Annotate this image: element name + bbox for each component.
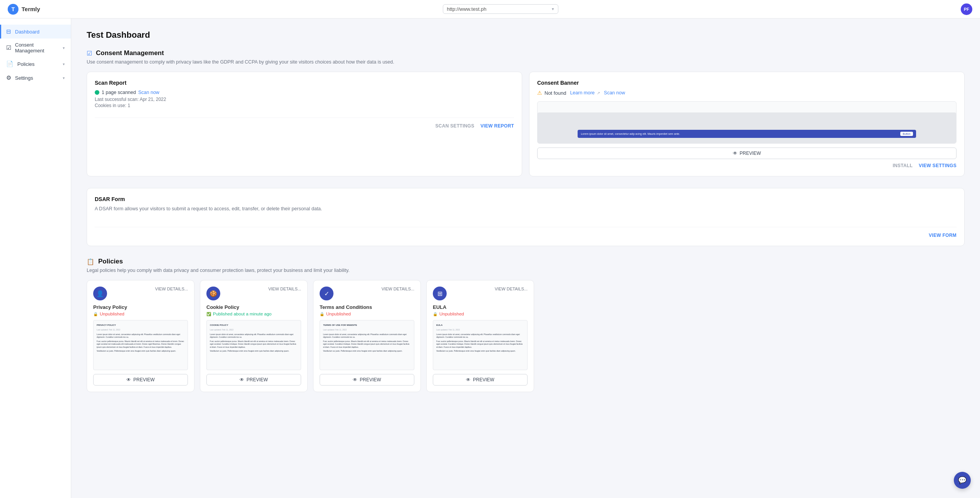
eula-header: ⊞ VIEW DETAILS... — [433, 287, 528, 300]
eula-icon: ⊞ — [433, 287, 447, 300]
cookie-preview-label: PREVIEW — [246, 377, 268, 382]
cookie-policy-name: Cookie Policy — [206, 304, 301, 310]
sidebar-label-consent: Consent Management — [15, 42, 59, 54]
mini-banner-button[interactable]: Button — [900, 132, 913, 136]
not-found-text: Not found — [544, 90, 566, 96]
consent-management-desc: Use consent management to comply with pr… — [87, 59, 965, 65]
cookie-policy-status-text: Published about a minute ago — [213, 312, 271, 316]
chat-button[interactable]: 💬 — [954, 472, 971, 489]
consent-management-title: Consent Management — [96, 49, 164, 57]
green-dot-icon — [95, 90, 99, 95]
banner-preview-area: Lorem ipsum dolor sit amet, consectetur … — [537, 101, 957, 144]
brand-name: Termly — [22, 6, 40, 12]
terms-conditions-status: 🔒 Unpublished — [320, 312, 414, 316]
lock-icon-terms: 🔒 — [320, 312, 324, 316]
policies-section-icon: 📋 — [87, 258, 94, 265]
terms-mini-doc: TERMS OF USE FOR WEBSITE Last updated: F… — [323, 324, 411, 353]
banner-status-row: ⚠ Not found Learn more ↗ Scan now — [537, 90, 957, 96]
layout: ⊟ Dashboard ☑ Consent Management ▾ 📄 Pol… — [0, 18, 980, 498]
terms-preview-button[interactable]: 👁 PREVIEW — [320, 374, 414, 386]
terms-conditions-header: ✓ VIEW DETAILS... — [320, 287, 414, 300]
privacy-policy-status-text: Unpublished — [100, 312, 124, 316]
consent-banner-card: Consent Banner ⚠ Not found Learn more ↗ … — [529, 72, 965, 176]
lock-icon: 🔒 — [93, 312, 98, 316]
page-title: Test Dashboard — [87, 30, 965, 40]
privacy-policy-view-details[interactable]: VIEW DETAILS... — [155, 287, 188, 291]
scan-settings-link[interactable]: SCAN SETTINGS — [435, 123, 474, 129]
banner-scan-now-link[interactable]: Scan now — [604, 90, 625, 96]
warning-icon: ⚠ — [537, 90, 542, 96]
banner-preview-button[interactable]: 👁 PREVIEW — [537, 148, 957, 159]
dsar-form-card: DSAR Form A DSAR form allows your visito… — [87, 188, 965, 246]
consent-banner-title: Consent Banner — [537, 80, 957, 86]
sidebar: ⊟ Dashboard ☑ Consent Management ▾ 📄 Pol… — [0, 18, 71, 498]
sidebar-label-settings: Settings — [15, 75, 33, 81]
terms-status-text: Unpublished — [326, 312, 351, 316]
view-form-link[interactable]: VIEW FORM — [929, 233, 957, 238]
consent-top-cards: Scan Report 1 page scanned Scan now Last… — [87, 72, 965, 176]
privacy-policy-status: 🔒 Unpublished — [93, 312, 188, 316]
scan-report-title: Scan Report — [95, 80, 514, 86]
install-link[interactable]: INSTALL — [893, 163, 913, 168]
mini-banner: Lorem ipsum dolor sit amet, consectetur … — [578, 130, 916, 138]
url-bar[interactable]: ▾ — [443, 4, 558, 14]
sidebar-item-policies[interactable]: 📄 Policies ▾ — [0, 57, 71, 71]
terms-conditions-preview-img: TERMS OF USE FOR WEBSITE Last updated: F… — [320, 320, 414, 370]
cookie-policy-preview-img: COOKIE POLICY Last updated: Feb 11, 2022… — [206, 320, 301, 370]
consent-management-icon: ☑ — [6, 44, 11, 51]
chevron-down-icon-settings: ▾ — [63, 76, 65, 80]
eye-icon: 👁 — [733, 151, 737, 156]
privacy-policy-preview-button[interactable]: 👁 PREVIEW — [93, 374, 188, 386]
policies-icon: 📄 — [6, 60, 13, 67]
terms-preview-label: PREVIEW — [360, 377, 381, 382]
cookie-policy-mini-doc: COOKIE POLICY Last updated: Feb 11, 2022… — [210, 324, 298, 353]
dashboard-icon: ⊟ — [6, 28, 11, 35]
scan-report-footer: SCAN SETTINGS VIEW REPORT — [95, 117, 514, 129]
terms-conditions-view-details[interactable]: VIEW DETAILS... — [382, 287, 414, 291]
main-content: Test Dashboard ☑ Consent Management Use … — [71, 18, 980, 498]
eye-icon-eula: 👁 — [466, 377, 471, 382]
eula-status-text: Unpublished — [439, 312, 464, 316]
policy-cards-row: 👤 VIEW DETAILS... Privacy Policy 🔒 Unpub… — [87, 280, 965, 392]
dsar-footer: VIEW FORM — [95, 227, 957, 238]
sidebar-label-policies: Policies — [17, 61, 35, 67]
lock-icon-eula: 🔒 — [433, 312, 437, 316]
mini-banner-text: Lorem ipsum dolor sit amet, consectetur … — [581, 132, 898, 136]
sidebar-item-dashboard[interactable]: ⊟ Dashboard — [0, 25, 71, 39]
settings-icon: ⚙ — [6, 74, 11, 81]
url-bar-chevron-icon: ▾ — [552, 7, 554, 12]
pages-scanned-text: 1 page scanned — [102, 90, 136, 95]
view-report-link[interactable]: VIEW REPORT — [481, 123, 514, 129]
cookie-policy-status: ✅ Published about a minute ago — [206, 312, 301, 316]
cookie-policy-view-details[interactable]: VIEW DETAILS... — [268, 287, 301, 291]
privacy-policy-icon: 👤 — [93, 287, 107, 300]
sidebar-item-settings[interactable]: ⚙ Settings ▾ — [0, 71, 71, 85]
privacy-policy-mini-doc: PRIVACY POLICY Last updated: Feb 11, 202… — [97, 324, 184, 353]
view-settings-link[interactable]: VIEW SETTINGS — [919, 163, 957, 168]
privacy-preview-label: PREVIEW — [133, 377, 154, 382]
external-link-icon: ↗ — [597, 91, 600, 95]
eula-preview-button[interactable]: 👁 PREVIEW — [433, 374, 528, 386]
banner-preview-label: PREVIEW — [740, 151, 761, 156]
consent-management-header: ☑ Consent Management — [87, 49, 965, 57]
scan-report-card: Scan Report 1 page scanned Scan now Last… — [87, 72, 522, 176]
cookie-policy-preview-button[interactable]: 👁 PREVIEW — [206, 374, 301, 386]
avatar[interactable]: PF — [961, 3, 972, 15]
policies-title: Policies — [98, 258, 123, 265]
cookie-policy-header: 🍪 VIEW DETAILS... — [206, 287, 301, 300]
eula-card: ⊞ VIEW DETAILS... EULA 🔒 Unpublished EUL… — [426, 280, 534, 392]
eula-preview-label: PREVIEW — [473, 377, 494, 382]
eula-view-details[interactable]: VIEW DETAILS... — [495, 287, 528, 291]
consent-management-section-icon: ☑ — [87, 50, 92, 57]
sidebar-item-consent-management[interactable]: ☑ Consent Management ▾ — [0, 39, 71, 57]
chevron-down-icon: ▾ — [63, 46, 65, 50]
scan-now-link[interactable]: Scan now — [138, 90, 159, 95]
url-input[interactable] — [447, 6, 549, 12]
check-circle-icon: ✅ — [206, 312, 211, 316]
cookie-policy-card: 🍪 VIEW DETAILS... Cookie Policy ✅ Publis… — [200, 280, 308, 392]
top-nav: T Termly ▾ PF — [0, 0, 980, 18]
learn-more-link[interactable]: Learn more — [570, 90, 595, 96]
chat-icon: 💬 — [958, 476, 967, 485]
eula-mini-doc: EULA Last updated: Feb 11, 2022 Lorem ip… — [436, 324, 524, 353]
policies-desc: Legal policies help you comply with data… — [87, 268, 965, 273]
